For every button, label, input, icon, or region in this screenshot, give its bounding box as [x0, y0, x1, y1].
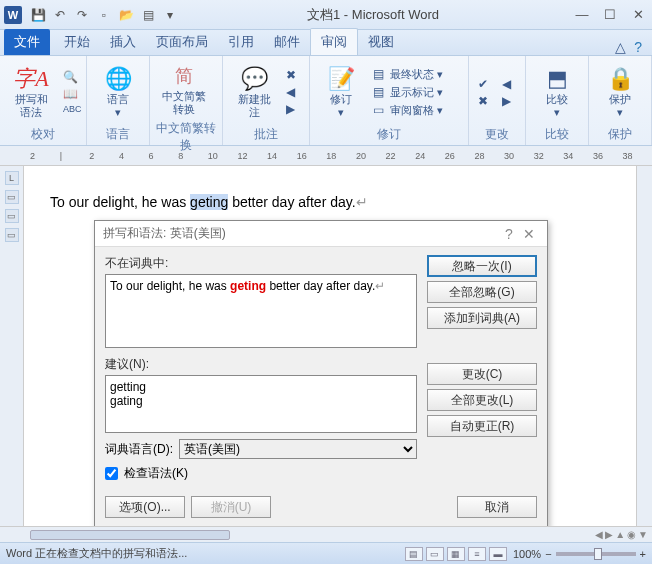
chinese-convert-button[interactable]: 简 中文简繁 转换 [156, 60, 212, 118]
final-state-button[interactable]: ▤最终状态 ▾ [370, 66, 462, 83]
show-markup-button[interactable]: ▤显示标记 ▾ [370, 84, 462, 101]
tab-view[interactable]: 视图 [358, 29, 404, 55]
minimize-button[interactable]: — [568, 5, 596, 25]
window-title: 文档1 - Microsoft Word [178, 6, 568, 24]
zoom-out-button[interactable]: − [545, 548, 551, 560]
tab-home[interactable]: 开始 [54, 29, 100, 55]
dialog-help-icon[interactable]: ? [499, 226, 519, 242]
tab-references[interactable]: 引用 [218, 29, 264, 55]
help-icon[interactable]: ? [634, 39, 642, 55]
undo-icon[interactable]: ↶ [52, 7, 68, 23]
close-button[interactable]: ✕ [624, 5, 652, 25]
next-change-button[interactable]: ▶ [499, 93, 519, 109]
suggestions-listbox[interactable]: getting gating [105, 375, 417, 433]
browse-down-icon[interactable]: ▼ [638, 529, 648, 540]
group-protect: 🔒 保护▾ 保护 [589, 56, 652, 145]
language-button[interactable]: 🌐 语言▾ [93, 63, 143, 121]
accept-button[interactable]: ✔ [475, 76, 495, 92]
spellcheck-button[interactable]: 字A 拼写和语法 [6, 63, 56, 121]
save-icon[interactable]: 💾 [30, 7, 46, 23]
reject-button[interactable]: ✖ [475, 93, 495, 109]
options-button[interactable]: 选项(O)... [105, 496, 185, 518]
view-read-icon[interactable]: ▭ [426, 547, 444, 561]
review-pane-button[interactable]: ▭审阅窗格 ▾ [370, 102, 462, 119]
new-icon[interactable]: ▫ [96, 7, 112, 23]
change-all-button[interactable]: 全部更改(L) [427, 389, 537, 411]
undo-button: 撤消(U) [191, 496, 271, 518]
browse-object-icon[interactable]: ◉ [627, 529, 636, 540]
group-compare: ⬒ 比较▾ 比较 [526, 56, 589, 145]
research-button[interactable]: 🔍 [60, 69, 80, 85]
change-button[interactable]: 更改(C) [427, 363, 537, 385]
vertical-scrollbar[interactable] [636, 166, 652, 526]
suggestion-item[interactable]: gating [110, 394, 412, 408]
next-icon: ▶ [286, 102, 300, 116]
dialog-titlebar[interactable]: 拼写和语法: 英语(美国) ? ✕ [95, 221, 547, 247]
spellcheck-icon: 字A [13, 65, 48, 93]
paragraph-mark-icon: ↵ [356, 194, 368, 210]
delete-comment-button[interactable]: ✖ [283, 67, 303, 83]
open-icon[interactable]: 📂 [118, 7, 134, 23]
view-outline-icon[interactable]: ≡ [468, 547, 486, 561]
tab-mail[interactable]: 邮件 [264, 29, 310, 55]
document-area[interactable]: L ▭ ▭ ▭ To our delight, he was geting be… [0, 166, 652, 526]
horizontal-scrollbar[interactable]: ◀ ▶ ▲ ◉ ▼ [0, 526, 652, 542]
group-comments: 💬 新建批注 ✖ ◀ ▶ 批注 [223, 56, 310, 145]
ribbon-tabs: 文件 开始 插入 页面布局 引用 邮件 审阅 视图 △ ? [0, 30, 652, 56]
zoom-in-button[interactable]: + [640, 548, 646, 560]
print-icon[interactable]: ▤ [140, 7, 156, 23]
new-comment-button[interactable]: 💬 新建批注 [229, 63, 279, 121]
tag-icon: ▤ [373, 85, 387, 99]
sidebar-icon-2[interactable]: ▭ [5, 209, 19, 223]
wordcount-button[interactable]: ABC [60, 103, 80, 115]
scroll-right-icon[interactable]: ▶ [605, 529, 613, 540]
next-comment-button[interactable]: ▶ [283, 101, 303, 117]
add-to-dictionary-button[interactable]: 添加到词典(A) [427, 307, 537, 329]
check-grammar-checkbox[interactable] [105, 467, 118, 480]
minimize-ribbon-icon[interactable]: △ [615, 39, 626, 55]
zoom-slider[interactable] [556, 552, 636, 556]
tab-file[interactable]: 文件 [4, 29, 50, 55]
suggestion-item[interactable]: getting [110, 380, 412, 394]
reject-icon: ✖ [478, 94, 492, 108]
document-text[interactable]: To our delight, he was geting better day… [50, 194, 368, 211]
prev-comment-button[interactable]: ◀ [283, 84, 303, 100]
ribbon: 字A 拼写和语法 🔍 📖 ABC 校对 🌐 语言▾ 语言 简 中文简繁 转换 [0, 56, 652, 146]
zoom-label[interactable]: 100% [513, 548, 541, 560]
sidebar-icon-1[interactable]: ▭ [5, 190, 19, 204]
track-changes-button[interactable]: 📝 修订▾ [316, 63, 366, 121]
view-print-icon[interactable]: ▤ [405, 547, 423, 561]
ruler-toggle-icon[interactable]: L [5, 171, 19, 185]
dialog-close-icon[interactable]: ✕ [519, 226, 539, 242]
prev-change-button[interactable]: ◀ [499, 76, 519, 92]
sidebar-icon-3[interactable]: ▭ [5, 228, 19, 242]
maximize-button[interactable]: ☐ [596, 5, 624, 25]
qat-dropdown-icon[interactable]: ▾ [162, 7, 178, 23]
tab-review[interactable]: 审阅 [310, 28, 358, 55]
tab-insert[interactable]: 插入 [100, 29, 146, 55]
horizontal-ruler[interactable]: 2|2468101214161820222426283032343638 [0, 146, 652, 166]
compare-button[interactable]: ⬒ 比较▾ [532, 63, 582, 121]
dict-lang-label: 词典语言(D): [105, 441, 173, 458]
ignore-once-button[interactable]: 忽略一次(I) [427, 255, 537, 277]
tab-layout[interactable]: 页面布局 [146, 29, 218, 55]
prev-icon: ◀ [286, 85, 300, 99]
scroll-thumb[interactable] [30, 530, 230, 540]
ignore-all-button[interactable]: 全部忽略(G) [427, 281, 537, 303]
next-change-icon: ▶ [502, 94, 516, 108]
thesaurus-button[interactable]: 📖 [60, 86, 80, 102]
notfound-textbox[interactable]: To our delight, he was geting better day… [105, 274, 417, 348]
dict-language-select[interactable]: 英语(美国) [179, 439, 417, 459]
comment-icon: 💬 [241, 65, 268, 93]
view-draft-icon[interactable]: ▬ [489, 547, 507, 561]
scroll-left-icon[interactable]: ◀ [595, 529, 603, 540]
protect-button[interactable]: 🔒 保护▾ [595, 63, 645, 121]
view-web-icon[interactable]: ▦ [447, 547, 465, 561]
redo-icon[interactable]: ↷ [74, 7, 90, 23]
autocorrect-button[interactable]: 自动更正(R) [427, 415, 537, 437]
cancel-button[interactable]: 取消 [457, 496, 537, 518]
browse-up-icon[interactable]: ▲ [615, 529, 625, 540]
spellcheck-dialog: 拼写和语法: 英语(美国) ? ✕ 不在词典中: To our delight,… [94, 220, 548, 526]
zoom-knob[interactable] [594, 548, 602, 560]
research-icon: 🔍 [63, 70, 77, 84]
